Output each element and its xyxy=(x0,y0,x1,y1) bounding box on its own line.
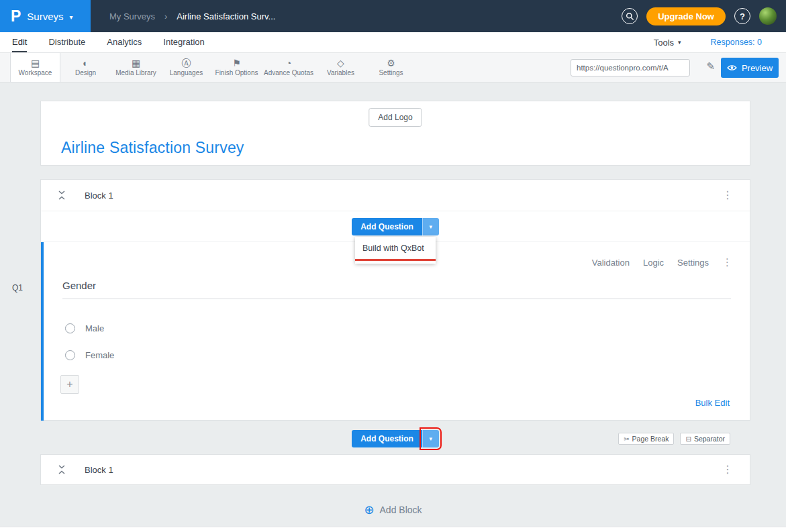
question-number-label: Q1 xyxy=(12,283,23,292)
add-question-row-top: Add Question ▾ Build with QxBot xyxy=(41,211,750,242)
answer-option-female[interactable]: Female xyxy=(65,350,114,360)
toolbar-label: Workspace xyxy=(19,69,52,76)
workspace-icon: ▤ xyxy=(31,58,40,68)
breadcrumb: My Surveys › Airline Satisfaction Surv..… xyxy=(109,11,275,21)
question-text[interactable]: Gender xyxy=(62,280,96,291)
preview-button[interactable]: Preview xyxy=(721,58,779,78)
tab-analytics[interactable]: Analytics xyxy=(107,32,142,52)
toolbar-label: Finish Options xyxy=(215,69,258,76)
design-icon: ◐ xyxy=(83,58,88,68)
bulk-edit-link[interactable]: Bulk Edit xyxy=(695,398,730,408)
settings-link[interactable]: Settings xyxy=(677,258,709,268)
block-menu-kebab-icon[interactable]: ⋮ xyxy=(722,190,733,201)
radio-icon[interactable] xyxy=(65,323,75,333)
answer-option-male[interactable]: Male xyxy=(65,323,104,333)
footer-strip xyxy=(0,527,786,532)
variables-icon: ◇ xyxy=(337,58,344,68)
survey-title[interactable]: Airline Satisfaction Survey xyxy=(61,139,244,157)
toolbar-label: Media Library xyxy=(115,69,156,76)
page-break-button[interactable]: ✂ Page Break xyxy=(618,433,674,445)
page-break-icon: ✂ xyxy=(624,435,629,443)
add-question-split-button: Add Question ▾ xyxy=(352,218,439,235)
page-break-label: Page Break xyxy=(632,435,669,443)
menu-item-build-with-qxbot[interactable]: Build with QxBot xyxy=(355,237,436,259)
insert-controls: ✂ Page Break ⊟ Separator xyxy=(618,433,730,445)
add-block-button[interactable]: ⊕ Add Block xyxy=(0,504,786,516)
separator-button[interactable]: ⊟ Separator xyxy=(680,433,730,445)
collapse-icon xyxy=(58,191,66,200)
breadcrumb-separator-icon: › xyxy=(164,11,167,21)
tab-edit[interactable]: Edit xyxy=(12,32,27,52)
toolbar-item-media-library[interactable]: ▦ Media Library xyxy=(111,53,161,82)
add-question-button[interactable]: Add Question xyxy=(352,218,422,235)
help-button[interactable]: ? xyxy=(734,8,750,24)
survey-url-input[interactable] xyxy=(571,59,690,76)
question-mark-icon: ? xyxy=(740,11,745,21)
question-text-underline xyxy=(62,299,731,299)
eye-icon xyxy=(727,64,737,71)
option-label[interactable]: Male xyxy=(85,323,104,333)
collapse-icon xyxy=(58,465,66,474)
editor-toolbar: ▤ Workspace ◐ Design ▦ Media Library Ⓐ L… xyxy=(0,53,786,83)
toolbar-item-languages[interactable]: Ⓐ Languages xyxy=(161,53,211,82)
validation-link[interactable]: Validation xyxy=(592,258,630,268)
option-label[interactable]: Female xyxy=(85,350,114,360)
logic-link[interactable]: Logic xyxy=(643,258,664,268)
block-2-header: Block 1 ⋮ xyxy=(41,455,750,484)
add-question-caret-button-highlighted[interactable]: ▾ xyxy=(422,430,439,447)
product-switcher[interactable]: P Surveys ▾ xyxy=(0,0,91,32)
block-menu-kebab-icon[interactable]: ⋮ xyxy=(722,464,733,475)
add-option-button[interactable]: + xyxy=(60,375,79,394)
preview-label: Preview xyxy=(742,63,773,73)
add-block-label: Add Block xyxy=(380,504,422,515)
block-1-card: Block 1 ⋮ Add Question ▾ Build with QxBo… xyxy=(40,179,750,421)
search-button[interactable] xyxy=(622,8,638,24)
add-logo-button[interactable]: Add Logo xyxy=(369,108,422,127)
add-question-caret-button[interactable]: ▾ xyxy=(422,218,439,235)
questionpro-logo[interactable]: P xyxy=(11,9,21,24)
radio-icon[interactable] xyxy=(65,350,75,360)
edit-url-pencil-icon[interactable]: ✎ xyxy=(706,60,715,72)
collapse-block-button[interactable] xyxy=(58,465,66,474)
advance-quotas-icon: ◔ xyxy=(286,58,291,68)
media-library-icon: ▦ xyxy=(132,58,140,68)
block-1-header: Block 1 ⋮ xyxy=(41,180,750,211)
upgrade-now-button[interactable]: Upgrade Now xyxy=(646,7,726,25)
toolbar-label: Languages xyxy=(170,69,203,76)
user-avatar[interactable] xyxy=(759,7,777,25)
toolbar-item-design[interactable]: ◐ Design xyxy=(60,53,111,82)
chevron-down-icon: ▾ xyxy=(70,13,73,21)
toolbar-item-workspace[interactable]: ▤ Workspace xyxy=(10,53,60,82)
search-icon xyxy=(626,12,634,21)
toolbar-item-settings[interactable]: ⚙ Settings xyxy=(366,53,416,82)
tools-label: Tools xyxy=(654,38,674,48)
toolbar-label: Settings xyxy=(379,69,403,76)
nav-tabs: Edit Distribute Analytics Integration xyxy=(12,32,205,52)
toolbar-item-finish-options[interactable]: ⚑ Finish Options xyxy=(211,53,262,82)
gear-icon: ⚙ xyxy=(387,58,395,68)
languages-icon: Ⓐ xyxy=(182,58,191,68)
finish-options-icon: ⚑ xyxy=(232,58,241,68)
toolbar-item-advance-quotas[interactable]: ◔ Advance Quotas xyxy=(262,53,315,82)
nav-right: Tools ▾ Responses: 0 xyxy=(654,32,774,52)
responses-link[interactable]: Responses: 0 xyxy=(711,38,762,47)
collapse-block-button[interactable] xyxy=(58,191,66,200)
separator-icon: ⊟ xyxy=(685,435,691,443)
topbar-actions: Upgrade Now ? xyxy=(622,7,786,25)
tab-integration[interactable]: Integration xyxy=(163,32,204,52)
question-menu-kebab-icon[interactable]: ⋮ xyxy=(722,256,732,268)
topbar: P Surveys ▾ My Surveys › Airline Satisfa… xyxy=(0,0,786,32)
tools-menu[interactable]: Tools ▾ xyxy=(654,38,681,48)
qxbot-red-underline xyxy=(355,259,436,261)
breadcrumb-my-surveys[interactable]: My Surveys xyxy=(109,11,155,21)
separator-label: Separator xyxy=(694,435,725,443)
toolbar-label: Variables xyxy=(327,69,354,76)
add-question-button[interactable]: Add Question xyxy=(352,430,422,447)
tab-distribute[interactable]: Distribute xyxy=(48,32,85,52)
question-actions: Validation Logic Settings ⋮ xyxy=(592,256,732,268)
toolbar-label: Advance Quotas xyxy=(264,69,313,76)
add-question-split-button: Add Question ▾ xyxy=(352,430,439,447)
add-question-dropdown: Build with QxBot xyxy=(355,237,436,264)
toolbar-item-variables[interactable]: ◇ Variables xyxy=(315,53,366,82)
breadcrumb-current-survey: Airline Satisfaction Surv... xyxy=(177,11,275,21)
